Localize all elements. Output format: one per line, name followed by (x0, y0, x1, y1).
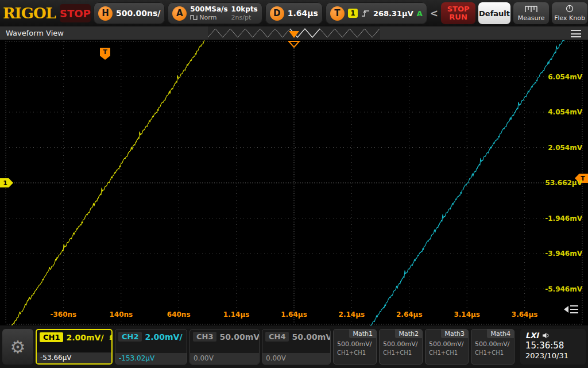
preview-waveform (208, 26, 380, 40)
math2-expr: CH1+CH1 (380, 348, 422, 356)
trigger-position-flag[interactable]: T (100, 48, 110, 56)
y-axis-label: -5.946mV (545, 285, 582, 293)
waveform-canvas (0, 40, 588, 325)
settings-gear-button[interactable]: ⚙ (2, 329, 33, 365)
flex-knob-label: Flex Knob (554, 14, 585, 22)
math3-tab: Math3 (441, 329, 468, 338)
math3-expr: CH1+CH1 (425, 348, 468, 356)
run-state-indicator[interactable]: STOP (60, 4, 91, 22)
math1-expr: CH1+CH1 (334, 348, 376, 356)
flex-knob-button[interactable]: Flex Knob (552, 2, 587, 24)
menu-line (571, 36, 581, 37)
channel-box-ch3[interactable]: CH3 50.00mV/ 0.00V (189, 329, 260, 365)
status-box[interactable]: LXI 15:36:58 2023/10/31 (520, 329, 586, 365)
math4-expr: CH1+CH1 (471, 348, 514, 356)
waveform-view-title: Waveform View (6, 29, 64, 37)
waveform-display: T 1 T -360ns140ns640ns1.14µs1.64µs2.14µs… (0, 40, 588, 325)
oscilloscope-screen: RIGOL STOP H 500.00ns/ A 500MSa/s Norm 1… (0, 0, 588, 368)
stop-run-button[interactable]: STOP RUN (441, 2, 475, 24)
math4-box[interactable]: Math4 500.00mV/ CH1+CH1 (471, 329, 514, 365)
acquisition-settings-pill[interactable]: A 500MSa/s Norm 10kpts 2ns/pt (168, 2, 262, 24)
math3-scale: 500.00mV/ (425, 338, 468, 348)
ch4-tab[interactable]: CH4 (265, 332, 289, 342)
y-axis-label: 2.054mV (548, 144, 582, 152)
timebase-value: 500.00ns/ (116, 9, 160, 18)
stop-label: STOP (447, 5, 470, 13)
sample-resolution: 2ns/pt (231, 14, 258, 21)
delay-position-marker[interactable] (287, 40, 301, 48)
trigger-coupling: A (417, 9, 423, 18)
ch1-scale: 2.00mV/ (66, 333, 103, 342)
ch4-scale: 50.00mV/ (292, 332, 331, 342)
menu-line (571, 30, 581, 31)
math3-box[interactable]: Math3 500.00mV/ CH1+CH1 (425, 329, 469, 365)
y-axis-label: 53.662µV (546, 179, 582, 187)
trigger-settings-pill[interactable]: T 1 268.31µV A (326, 2, 427, 24)
speaker-icon (542, 332, 550, 339)
trigger-source-chip: 1 (348, 9, 358, 18)
clock-date: 2023/10/31 (525, 351, 581, 360)
ch2-tab[interactable]: CH2 (118, 332, 142, 342)
rising-edge-icon (361, 9, 370, 17)
x-axis-label: 3.64µs (512, 310, 538, 319)
y-axis-label: -1.946mV (545, 214, 582, 223)
t-badge: T (330, 6, 345, 21)
channel-box-ch4[interactable]: CH4 50.00mV/ 0.00V (262, 329, 331, 365)
lxi-label: LXI (525, 331, 539, 340)
ch3-tab[interactable]: CH3 (193, 332, 216, 342)
menu-icon[interactable] (571, 30, 581, 37)
knob-icon (565, 5, 574, 13)
math2-scale: 500.00mV/ (380, 338, 422, 348)
run-label: RUN (449, 13, 467, 21)
ch1-tab[interactable]: CH1 (40, 332, 63, 342)
d-badge: D (270, 6, 284, 21)
graticule-menu-icon[interactable] (564, 304, 579, 315)
top-bar: RIGOL STOP H 500.00ns/ A 500MSa/s Norm 1… (0, 0, 588, 26)
y-axis-label: -3.946mV (545, 250, 582, 258)
chevron-left-icon[interactable]: < (430, 7, 438, 19)
horizontal-settings-pill[interactable]: H 500.00ns/ (94, 2, 165, 24)
impedance-icon: Ω (110, 334, 113, 342)
default-button[interactable]: Default (478, 2, 510, 24)
math4-scale: 500.00mV/ (471, 338, 514, 348)
x-axis-label: 140ns (109, 310, 133, 319)
default-label: Default (479, 9, 510, 18)
x-axis-label: 1.64µs (281, 310, 307, 319)
square-wave-icon (190, 14, 198, 21)
x-axis-label: 3.14µs (454, 310, 480, 319)
math4-tab: Math4 (487, 329, 514, 338)
channel-box-ch1[interactable]: CH1 2.00mV/ Ω -53.66µV (36, 329, 113, 365)
trigger-level-value: 268.31µV (373, 9, 413, 18)
h-badge: H (98, 6, 113, 21)
bottom-bar: ⚙ CH1 2.00mV/ Ω -53.66µV CH2 2.00mV/ -15… (0, 325, 588, 368)
math1-box[interactable]: Math1 500.00mV/ CH1+CH1 (333, 329, 377, 365)
channel-box-ch2[interactable]: CH2 2.00mV/ -153.02µV (115, 329, 187, 365)
ch2-scale: 2.00mV/ (145, 332, 182, 342)
menu-line (571, 33, 581, 34)
a-badge: A (172, 6, 187, 21)
waveform-preview-strip[interactable] (208, 26, 380, 40)
y-axis-label: 4.054mV (548, 108, 582, 116)
x-axis-label: 2.14µs (339, 310, 365, 319)
x-axis-label: -360ns (51, 310, 77, 319)
delay-value: 1.64µs (288, 9, 318, 18)
measure-button[interactable]: Measure (513, 2, 549, 24)
ch3-offset: 0.00V (190, 353, 259, 364)
gear-icon: ⚙ (10, 337, 26, 357)
sample-rate-column: 500MSa/s Norm (190, 5, 227, 21)
math1-scale: 500.00mV/ (334, 338, 376, 348)
sample-rate: 500MSa/s (190, 5, 227, 13)
x-axis-label: 640ns (167, 310, 191, 319)
rigol-logo: RIGOL (3, 5, 57, 22)
waveform-view-bar: Waveform View (0, 26, 588, 40)
math1-tab: Math1 (349, 329, 376, 338)
ch4-offset: 0.00V (262, 353, 330, 364)
math2-box[interactable]: Math2 500.00mV/ CH1+CH1 (379, 329, 423, 365)
measure-label: Measure (518, 14, 545, 22)
delay-settings-pill[interactable]: D 1.64µs (265, 2, 323, 24)
measure-icon (525, 5, 537, 13)
y-axis-label: 6.054mV (548, 73, 582, 81)
x-axis-label: 2.64µs (396, 310, 423, 319)
x-axis-label: 1.14µs (223, 310, 250, 319)
ch1-offset: -53.66µV (37, 352, 111, 363)
